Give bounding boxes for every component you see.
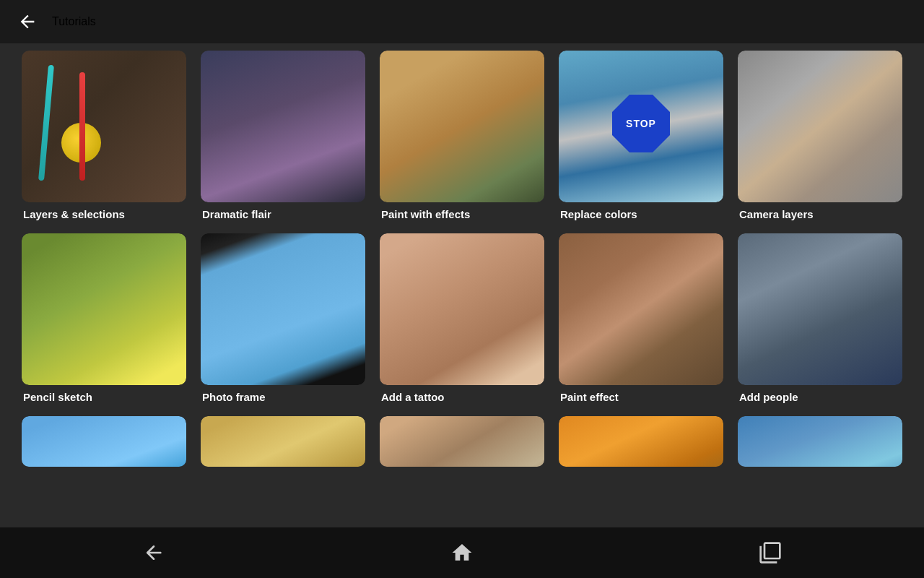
- thumbnail-layers: [22, 51, 186, 202]
- thumbnail-replace: STOP: [559, 51, 723, 202]
- tutorial-item-camera[interactable]: Camera layers: [738, 51, 902, 220]
- tutorial-item-row3-4[interactable]: [559, 416, 723, 467]
- tutorial-label-addpeople: Add people: [738, 391, 902, 403]
- tutorial-item-paint[interactable]: Paint with effects: [380, 51, 544, 220]
- tutorial-item-addpeople[interactable]: Add people: [738, 233, 902, 403]
- back-button[interactable]: [14, 9, 40, 35]
- bottom-nav-bar: [0, 527, 924, 578]
- top-bar: Tutorials: [0, 0, 924, 43]
- thumbnail-row3-5: [738, 416, 902, 467]
- tutorial-label-layers: Layers & selections: [22, 208, 186, 220]
- tutorial-label-frame: Photo frame: [201, 391, 365, 403]
- thumbnail-addpeople: [738, 233, 902, 385]
- thumbnail-camera: [738, 51, 902, 202]
- tutorial-label-pencil: Pencil sketch: [22, 391, 186, 403]
- tutorial-grid: Layers & selectionsDramatic flairPaint w…: [22, 51, 902, 467]
- thumbnail-row3-2: [201, 416, 365, 467]
- tutorial-item-frame[interactable]: Photo frame: [201, 233, 365, 403]
- thumbnail-tattoo: [380, 233, 544, 385]
- thumbnail-paint: [380, 51, 544, 202]
- thumbnail-row3-1: [22, 416, 186, 467]
- recent-apps-button[interactable]: [749, 538, 792, 567]
- thumbnail-dramatic: [201, 51, 365, 202]
- tutorial-item-dramatic[interactable]: Dramatic flair: [201, 51, 365, 220]
- tutorial-item-paintefx[interactable]: Paint effect: [559, 233, 723, 403]
- tutorial-item-row3-1[interactable]: [22, 416, 186, 467]
- tutorial-label-paint: Paint with effects: [380, 208, 544, 220]
- tutorial-item-replace[interactable]: STOPReplace colors: [559, 51, 723, 220]
- tutorial-item-pencil[interactable]: Pencil sketch: [22, 233, 186, 403]
- tutorial-item-row3-5[interactable]: [738, 416, 902, 467]
- tutorial-label-paintefx: Paint effect: [559, 391, 723, 403]
- thumbnail-paintefx: [559, 233, 723, 385]
- page-title: Tutorials: [52, 15, 96, 28]
- back-nav-button[interactable]: [132, 538, 175, 567]
- tutorial-item-row3-2[interactable]: [201, 416, 365, 467]
- tutorial-label-replace: Replace colors: [559, 208, 723, 220]
- tutorial-item-layers[interactable]: Layers & selections: [22, 51, 186, 220]
- tutorial-item-tattoo[interactable]: Add a tattoo: [380, 233, 544, 403]
- tutorial-item-row3-3[interactable]: [380, 416, 544, 467]
- tutorial-label-dramatic: Dramatic flair: [201, 208, 365, 220]
- thumbnail-row3-3: [380, 416, 544, 467]
- thumbnail-pencil: [22, 233, 186, 385]
- tutorial-label-tattoo: Add a tattoo: [380, 391, 544, 403]
- thumbnail-row3-4: [559, 416, 723, 467]
- tutorial-label-camera: Camera layers: [738, 208, 902, 220]
- main-content: Layers & selectionsDramatic flairPaint w…: [0, 43, 924, 527]
- thumbnail-frame: [201, 233, 365, 385]
- home-nav-button[interactable]: [440, 538, 484, 567]
